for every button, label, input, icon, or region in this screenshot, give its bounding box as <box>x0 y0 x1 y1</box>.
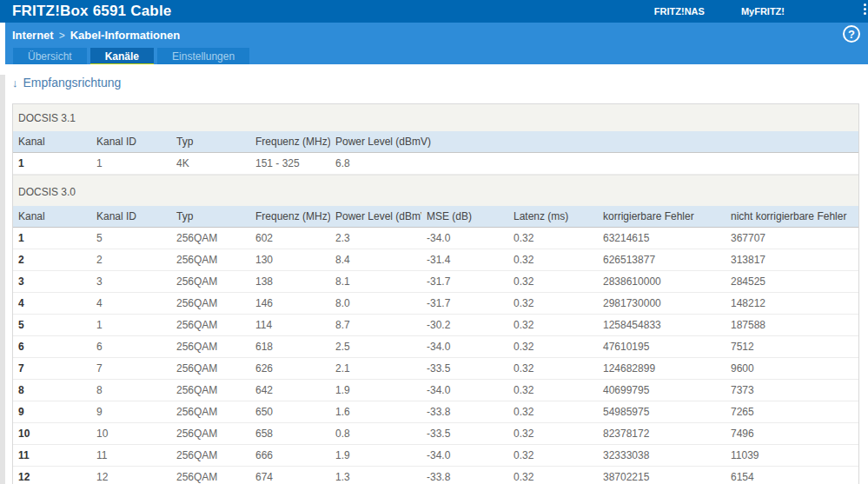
heading-label: Empfangsrichtung <box>23 76 122 90</box>
data-cell: 650 <box>250 401 330 423</box>
data-cell: 626 <box>250 358 330 380</box>
data-cell: 2981730000 <box>598 293 726 315</box>
data-cell: 256QAM <box>171 271 250 293</box>
table-row: 51256QAM1148.7-30.20.321258454833187588 <box>13 315 858 336</box>
table-row: 15256QAM6022.3-34.00.3263214615367707 <box>13 228 858 249</box>
data-cell: 674 <box>250 467 330 484</box>
kanal-cell: 8 <box>13 380 91 401</box>
table-row: 44256QAM1468.0-31.70.322981730000148212 <box>13 293 858 315</box>
table-row: 22256QAM1308.4-31.40.32626513877313817 <box>13 249 858 271</box>
tab-kanaele[interactable]: Kanäle <box>90 48 154 66</box>
tab-einstellungen[interactable]: Einstellungen <box>157 48 249 66</box>
data-cell: -34.0 <box>421 228 508 249</box>
data-cell: 4K <box>171 153 250 175</box>
data-cell: 0.32 <box>508 467 598 484</box>
column-header: Power Level (dBmV) <box>330 131 858 153</box>
empfangsrichtung-heading: ↓ Empfangsrichtung <box>12 76 859 90</box>
kanal-cell: 2 <box>13 249 91 271</box>
data-cell: 313817 <box>726 249 858 271</box>
column-header: Typ <box>171 206 250 228</box>
column-header: Frequenz (MHz) <box>250 206 330 228</box>
data-cell: 8.7 <box>330 315 421 336</box>
data-cell: 11039 <box>726 445 858 467</box>
tab-uebersicht[interactable]: Übersicht <box>13 48 87 66</box>
data-cell: 626513877 <box>598 249 726 271</box>
data-cell: 7265 <box>726 401 858 423</box>
help-icon[interactable]: ? <box>843 25 860 43</box>
kanal-cell: 6 <box>13 336 91 358</box>
data-cell: -34.0 <box>421 336 508 358</box>
data-cell: 658 <box>250 423 330 445</box>
kebab-menu-icon[interactable] <box>863 3 866 15</box>
data-cell: -34.0 <box>421 445 508 467</box>
data-cell: 618 <box>250 336 330 358</box>
data-cell: 256QAM <box>171 401 250 423</box>
table-row: 33256QAM1388.1-31.70.322838610000284525 <box>13 271 858 293</box>
kanal-cell: 9 <box>13 401 91 423</box>
docsis31-section-title: DOCSIS 3.1 <box>13 104 858 131</box>
data-cell: 1 <box>91 153 171 175</box>
data-cell: 9 <box>91 401 171 423</box>
data-cell: 32333038 <box>598 445 726 467</box>
data-cell: 6.8 <box>330 153 858 175</box>
data-cell: 0.32 <box>508 249 598 271</box>
data-cell: 0.32 <box>508 445 598 467</box>
data-cell: 256QAM <box>171 249 250 271</box>
data-cell: 138 <box>250 271 330 293</box>
data-cell: 7512 <box>726 336 858 358</box>
data-cell: 1.9 <box>330 445 421 467</box>
data-cell: 2838610000 <box>598 271 726 293</box>
data-cell: 602 <box>250 228 330 249</box>
table-row: 1212256QAM6741.3-33.80.32387022156154 <box>13 467 858 484</box>
docsis31-header-row: KanalKanal IDTypFrequenz (MHz)Power Leve… <box>13 131 858 153</box>
data-cell: 0.32 <box>508 380 598 401</box>
data-cell: -31.4 <box>421 249 508 271</box>
data-cell: 1.9 <box>330 380 421 401</box>
data-cell: -33.8 <box>421 401 508 423</box>
column-header: korrigierbare Fehler <box>598 206 726 228</box>
data-cell: 63214615 <box>598 228 726 249</box>
breadcrumb-internet[interactable]: Internet <box>12 29 54 42</box>
data-cell: 256QAM <box>171 293 250 315</box>
data-cell: 2.5 <box>330 336 421 358</box>
header-links: FRITZ!NAS MyFRITZ! <box>654 6 785 17</box>
data-cell: 284525 <box>726 271 858 293</box>
kanal-cell: 7 <box>13 358 91 380</box>
table-row: 1111256QAM6661.9-34.00.323233303811039 <box>13 445 858 467</box>
data-cell: 2.3 <box>330 228 421 249</box>
data-cell: -31.7 <box>421 271 508 293</box>
data-cell: 2 <box>91 249 171 271</box>
table-row: 114K151 - 3256.8 <box>13 153 858 175</box>
data-cell: 256QAM <box>171 423 250 445</box>
data-cell: -31.7 <box>421 293 508 315</box>
myfritz-link[interactable]: MyFRITZ! <box>741 6 785 17</box>
data-cell: 0.32 <box>508 293 598 315</box>
data-cell: 4 <box>91 293 171 315</box>
top-header-bar: FRITZ!Box 6591 Cable FRITZ!NAS MyFRITZ! <box>0 0 868 23</box>
data-cell: -33.8 <box>421 467 508 484</box>
data-cell: 8.4 <box>330 249 421 271</box>
fritznas-link[interactable]: FRITZ!NAS <box>654 6 705 17</box>
data-cell: 47610195 <box>598 336 726 358</box>
data-cell: 666 <box>250 445 330 467</box>
data-cell: 130 <box>250 249 330 271</box>
data-cell: 8.0 <box>330 293 421 315</box>
column-header: Frequenz (MHz) <box>250 131 330 153</box>
main-content: ↓ Empfangsrichtung DOCSIS 3.1 KanalKanal… <box>5 64 868 484</box>
table-row: 66256QAM6182.5-34.00.32476101957512 <box>13 336 858 358</box>
table-row: 1010256QAM6580.8-33.50.32823781727496 <box>13 423 858 445</box>
data-cell: 2.1 <box>330 358 421 380</box>
tab-bar: Übersicht Kanäle Einstellungen <box>13 48 868 66</box>
data-cell: 114 <box>250 315 330 336</box>
data-cell: 0.32 <box>508 358 598 380</box>
data-cell: 1 <box>91 315 171 336</box>
data-cell: -34.0 <box>421 380 508 401</box>
kanal-cell: 11 <box>13 445 91 467</box>
data-cell: 124682899 <box>598 358 726 380</box>
data-cell: 0.32 <box>508 315 598 336</box>
data-cell: 7 <box>91 358 171 380</box>
docsis30-section-title: DOCSIS 3.0 <box>13 175 858 206</box>
column-header: Kanal <box>13 206 91 228</box>
data-cell: 642 <box>250 380 330 401</box>
docsis30-table: KanalKanal IDTypFrequenz (MHz)Power Leve… <box>13 206 858 484</box>
